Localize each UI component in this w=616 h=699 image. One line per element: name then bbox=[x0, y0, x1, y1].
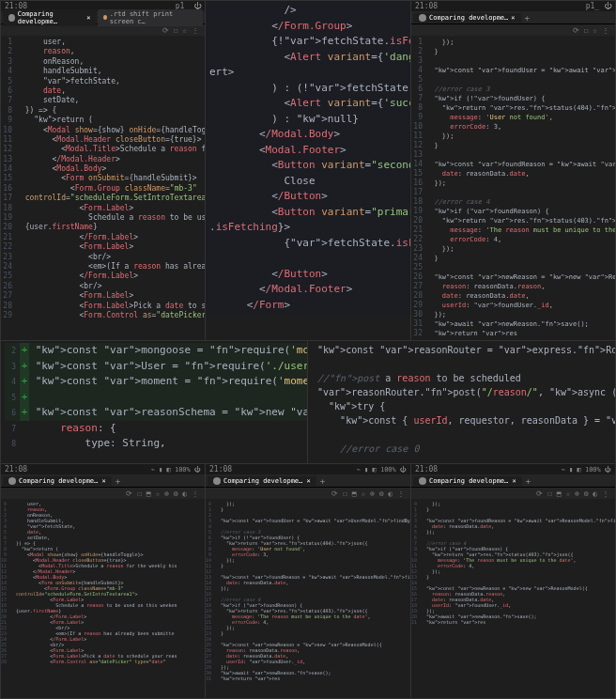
toolbar: ⟳ ☐ ⬒ ☆ ⊕ ⚙ ◐ ⋮ bbox=[411, 488, 615, 499]
github-icon bbox=[419, 477, 426, 485]
toolbar: ⟳ ☐ ☆ ⋮ bbox=[411, 24, 615, 36]
status-bar: 21:08 p1_ ⏻ bbox=[411, 1, 615, 11]
code-viewer: 0 user,1 reason,2 onReason,3 handleSubmi… bbox=[1, 499, 205, 666]
code-viewer: 0 });1 }23 "kw">const "var">foundUser = … bbox=[206, 499, 410, 683]
status-bar: 21:08 ⌁ ▮ ◧ 100% ⏻ bbox=[206, 464, 410, 474]
toolbar-icons[interactable]: ⟳ ☐ ☆ ⋮ bbox=[162, 26, 199, 35]
github-icon bbox=[8, 14, 15, 22]
toolbar: ⟳ ☐ ☆ ⋮ bbox=[1, 24, 205, 36]
tab-github-compare[interactable]: Comparing developme… × bbox=[3, 476, 112, 486]
browser-tabbar: Comparing developme… × .rtd shift print … bbox=[1, 11, 205, 24]
toolbar: ⟳ ☐ ⬒ ☆ ⊕ ⚙ ◐ ⋮ bbox=[206, 488, 410, 499]
tab-github-compare[interactable]: Comparing developme… × bbox=[413, 13, 521, 23]
new-tab-button[interactable]: + bbox=[522, 13, 532, 23]
browser-tabbar: Comparing developme… × + bbox=[206, 474, 410, 488]
github-icon bbox=[419, 14, 426, 22]
diff-viewer: 2+ "kw">const "var">mongoose = "fn">requ… bbox=[1, 341, 307, 454]
status-bar: 21:08 ⌁ ▮ ◧ 100% ⏻ bbox=[411, 464, 615, 474]
github-icon bbox=[8, 477, 16, 485]
browser-tabbar: Comparing developme… × + bbox=[411, 474, 615, 488]
tab-rtd-shift[interactable]: .rtd shift print screen c… bbox=[98, 9, 203, 26]
browser-tabbar: Comparing developme… × + bbox=[411, 11, 615, 24]
close-icon[interactable]: × bbox=[511, 14, 515, 22]
fav-icon bbox=[103, 15, 107, 20]
close-icon[interactable]: × bbox=[86, 14, 90, 22]
tab-github-compare[interactable]: Comparing developme… × bbox=[208, 476, 316, 486]
tab-github-compare[interactable]: Comparing developme… × bbox=[413, 476, 522, 486]
toolbar: ⟳ ☐ ⬒ ☆ ⊕ ⚙ ◐ ⋮ bbox=[1, 488, 205, 499]
github-icon bbox=[213, 477, 221, 485]
browser-tabbar: Comparing developme… × + bbox=[1, 474, 205, 488]
code-viewer: 1 user,2 reason,3 onReason,4 handleSubmi… bbox=[1, 36, 205, 322]
status-bar: 21:08 ⌁ ▮ ◧ 100% ⏻ bbox=[1, 464, 205, 474]
code-viewer: "kw">const "var">reasonRouter = "var">ex… bbox=[308, 341, 615, 458]
code-viewer: /> </Form.Group> {!"var">fetchState.isFe… bbox=[206, 1, 410, 315]
tab-github-compare[interactable]: Comparing developme… × bbox=[3, 9, 97, 26]
code-viewer: 1 });2 }34 "kw">const "var">foundUser = … bbox=[411, 36, 615, 340]
code-viewer: 0 });1 }23 "kw">const "var">foundReason … bbox=[411, 499, 615, 627]
